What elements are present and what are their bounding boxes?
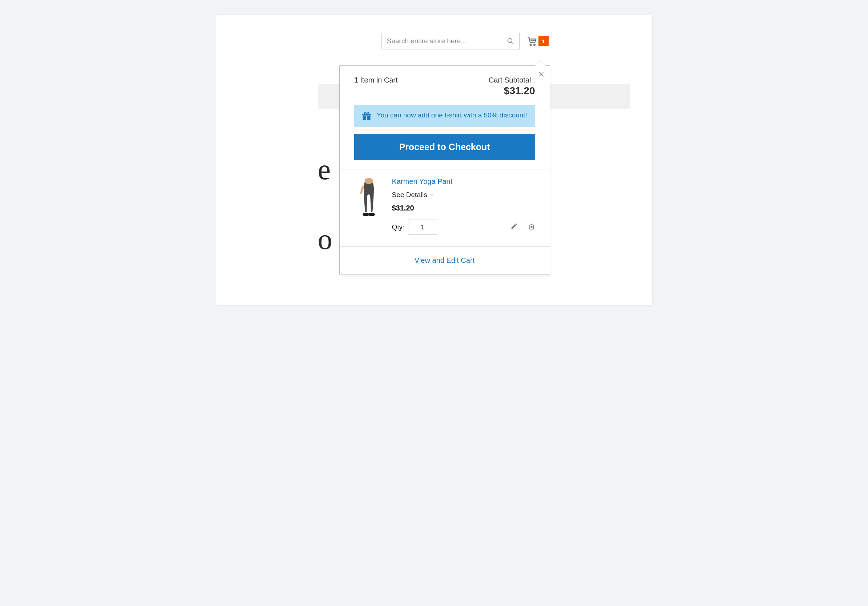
background-letters: eo	[318, 135, 332, 274]
svg-point-12	[363, 213, 369, 216]
promo-banner: You can now add one t-shirt with a 50% d…	[354, 105, 535, 127]
cart-items: Karmen Yoga Pant See Details $31.20 Qty:	[340, 169, 550, 247]
trash-icon	[528, 222, 535, 230]
promo-text: You can now add one t-shirt with a 50% d…	[377, 110, 527, 120]
svg-rect-9	[367, 116, 370, 120]
svg-point-13	[369, 213, 375, 216]
cart-icon	[527, 36, 537, 46]
item-actions	[510, 222, 535, 232]
product-name-link[interactable]: Karmen Yoga Pant	[392, 177, 535, 186]
svg-point-3	[534, 44, 535, 46]
minicart-popup: 1 Item in Cart Cart Subtotal : $31.20 Yo…	[339, 65, 550, 275]
cart-count-badge: 1	[538, 36, 549, 46]
qty-row: Qty:	[392, 219, 535, 235]
cart-item: Karmen Yoga Pant See Details $31.20 Qty:	[354, 177, 535, 235]
subtotal: Cart Subtotal : $31.20	[489, 76, 535, 97]
view-edit-cart-link[interactable]: View and Edit Cart	[340, 247, 550, 274]
cart-button[interactable]: 1	[527, 36, 549, 46]
qty-input[interactable]	[408, 219, 437, 235]
search-box	[381, 33, 519, 50]
item-count: 1 Item in Cart	[354, 76, 398, 84]
svg-point-0	[508, 39, 512, 43]
svg-point-2	[530, 44, 531, 46]
see-details-toggle[interactable]: See Details	[392, 191, 535, 199]
product-info: Karmen Yoga Pant See Details $31.20 Qty:	[392, 177, 535, 235]
close-button[interactable]	[538, 71, 545, 79]
edit-item-button[interactable]	[510, 222, 518, 232]
search-icon[interactable]	[507, 37, 514, 45]
product-price: $31.20	[392, 204, 535, 212]
close-icon	[538, 71, 545, 78]
svg-rect-8	[363, 116, 366, 120]
header-row: 1	[300, 33, 630, 50]
pencil-icon	[510, 222, 518, 230]
search-input[interactable]	[387, 37, 507, 45]
checkout-button[interactable]: Proceed to Checkout	[354, 134, 535, 160]
subtotal-amount: $31.20	[489, 85, 535, 97]
subtotal-label: Cart Subtotal :	[489, 76, 535, 84]
product-image[interactable]	[354, 177, 383, 218]
chevron-down-icon	[429, 192, 434, 197]
svg-line-1	[511, 42, 513, 44]
delete-item-button[interactable]	[528, 222, 535, 232]
qty-label: Qty:	[392, 223, 405, 231]
page-card: eo 1 1 Item in Cart Cart Subtotal : $31.…	[216, 14, 652, 305]
gift-icon	[361, 111, 372, 121]
minicart-header: 1 Item in Cart Cart Subtotal : $31.20	[340, 66, 550, 103]
